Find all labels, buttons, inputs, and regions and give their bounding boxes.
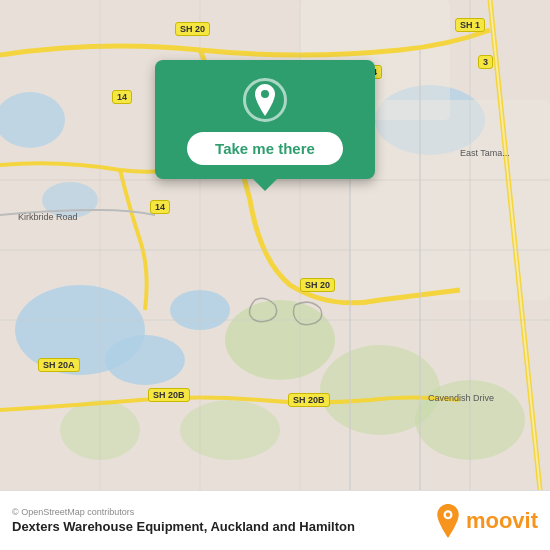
popup-card: Take me there [155, 60, 375, 179]
svg-point-11 [180, 400, 280, 460]
kirkbride-road-label: Kirkbride Road [18, 212, 78, 222]
map-container: SH 1 SH 20 3 14 14 14 14 SH 20 SH 20B SH… [0, 0, 550, 490]
cavendish-drive-label: Cavendish Drive [428, 393, 494, 403]
road-badge-14-center: 14 [150, 200, 170, 214]
location-icon-circle [243, 78, 287, 122]
moovit-text-label: moovit [466, 508, 538, 534]
road-badge-sh20b-mid: SH 20B [288, 393, 330, 407]
east-tamaki-label: East Tama... [460, 148, 510, 158]
road-badge-sh20b-left: SH 20B [148, 388, 190, 402]
moovit-logo: moovit [434, 504, 538, 538]
copyright-text: © OpenStreetMap contributors [12, 507, 355, 517]
take-me-there-button[interactable]: Take me there [187, 132, 343, 165]
road-badge-sh20-top: SH 20 [175, 22, 210, 36]
svg-point-2 [105, 335, 185, 385]
svg-point-7 [225, 300, 335, 380]
road-badge-3: 3 [478, 55, 493, 69]
svg-point-25 [261, 90, 269, 98]
road-badge-sh1: SH 1 [455, 18, 485, 32]
bottom-left-info: © OpenStreetMap contributors Dexters War… [12, 507, 355, 534]
road-badge-sh20a: SH 20A [38, 358, 80, 372]
road-badge-14-left: 14 [112, 90, 132, 104]
road-badge-sh20-mid: SH 20 [300, 278, 335, 292]
location-pin-icon [252, 84, 278, 116]
moovit-pin-icon [434, 504, 462, 538]
location-name: Dexters Warehouse Equipment, Auckland an… [12, 519, 355, 534]
svg-point-27 [446, 512, 450, 516]
bottom-bar: © OpenStreetMap contributors Dexters War… [0, 490, 550, 550]
